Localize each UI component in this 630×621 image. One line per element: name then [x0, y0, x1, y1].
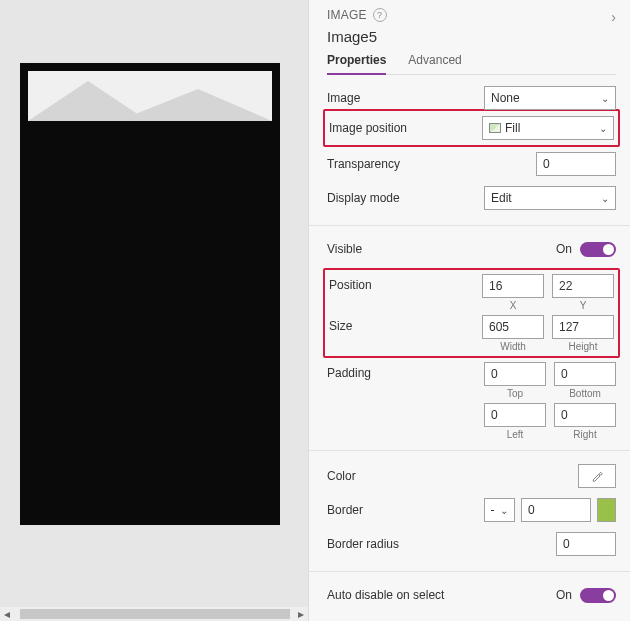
size-height-input[interactable]: [552, 315, 614, 339]
tab-properties[interactable]: Properties: [327, 53, 386, 75]
prop-border-radius-label: Border radius: [327, 537, 556, 551]
prop-color: Color: [327, 459, 616, 493]
display-mode-select[interactable]: Edit ⌄: [484, 186, 616, 210]
prop-visible: Visible On: [327, 234, 616, 264]
prop-size-label: Size: [329, 315, 482, 333]
panel-section-header: IMAGE ?: [327, 0, 616, 22]
position-x-caption: X: [510, 300, 517, 311]
border-radius-input[interactable]: [556, 532, 616, 556]
scroll-left-icon[interactable]: ◂: [0, 607, 14, 621]
prop-auto-disable-label: Auto disable on select: [327, 588, 556, 602]
prop-padding: Padding Top Bottom Left: [327, 362, 616, 440]
prop-visible-label: Visible: [327, 242, 556, 256]
object-name: Image5: [327, 22, 616, 51]
visible-state-label: On: [556, 242, 572, 256]
section-title: IMAGE: [327, 8, 367, 22]
prop-auto-disable: Auto disable on select On: [327, 580, 616, 610]
prop-transparency-label: Transparency: [327, 157, 536, 171]
padding-top-input[interactable]: [484, 362, 546, 386]
divider: [309, 225, 630, 226]
color-picker-button[interactable]: [578, 464, 616, 488]
size-width-caption: Width: [500, 341, 526, 352]
padding-top-caption: Top: [507, 388, 523, 399]
prop-image-position: Image position Fill ⌄: [329, 111, 614, 145]
divider: [309, 571, 630, 572]
border-color-swatch[interactable]: [597, 498, 616, 522]
toggle-knob: [603, 590, 614, 601]
line-style-icon: [491, 510, 494, 511]
position-y-input[interactable]: [552, 274, 614, 298]
image-select-value: None: [491, 91, 520, 105]
prop-size: Size Width Height: [329, 311, 614, 356]
canvas-control[interactable]: [20, 63, 280, 525]
toggle-knob: [603, 244, 614, 255]
border-width-input[interactable]: [521, 498, 591, 522]
prop-transparency: Transparency: [327, 147, 616, 181]
fill-mode-icon: [489, 123, 501, 133]
chevron-down-icon: ⌄: [601, 93, 609, 104]
prop-image: Image None ⌄: [327, 75, 616, 109]
properties-panel: IMAGE ? › Image5 Properties Advanced Ima…: [308, 0, 630, 621]
mountain-placeholder-icon: [28, 71, 272, 121]
padding-left-input[interactable]: [484, 403, 546, 427]
size-width-input[interactable]: [482, 315, 544, 339]
prop-display-mode-label: Display mode: [327, 191, 484, 205]
chevron-down-icon: ⌄: [500, 505, 508, 516]
prop-position-label: Position: [329, 274, 482, 292]
auto-disable-toggle[interactable]: [580, 588, 616, 603]
auto-disable-state-label: On: [556, 588, 572, 602]
chevron-down-icon: ⌄: [601, 193, 609, 204]
padding-bottom-input[interactable]: [554, 362, 616, 386]
image-placeholder: [28, 71, 272, 121]
padding-right-input[interactable]: [554, 403, 616, 427]
padding-right-caption: Right: [573, 429, 596, 440]
padding-left-caption: Left: [507, 429, 524, 440]
scroll-right-icon[interactable]: ▸: [294, 607, 308, 621]
border-style-select[interactable]: ⌄: [484, 498, 515, 522]
scrollbar-track[interactable]: [14, 607, 294, 621]
size-height-caption: Height: [569, 341, 598, 352]
help-icon[interactable]: ?: [373, 8, 387, 22]
image-position-value: Fill: [489, 121, 520, 135]
highlight-image-position: Image position Fill ⌄: [323, 109, 620, 147]
scrollbar-thumb[interactable]: [20, 609, 290, 619]
transparency-input[interactable]: [536, 152, 616, 176]
color-picker-icon: [591, 470, 603, 482]
prop-image-position-label: Image position: [329, 121, 482, 135]
prop-display-mode: Display mode Edit ⌄: [327, 181, 616, 215]
prop-padding-label: Padding: [327, 362, 484, 380]
chevron-down-icon: ⌄: [599, 123, 607, 134]
divider: [309, 450, 630, 451]
visible-toggle[interactable]: [580, 242, 616, 257]
prop-border-radius: Border radius: [327, 527, 616, 561]
horizontal-scrollbar[interactable]: ◂ ▸: [0, 607, 308, 621]
expand-icon[interactable]: ›: [611, 9, 616, 25]
display-mode-value: Edit: [491, 191, 512, 205]
highlight-position-size: Position X Y Size Wid: [323, 268, 620, 358]
image-position-select[interactable]: Fill ⌄: [482, 116, 614, 140]
position-x-input[interactable]: [482, 274, 544, 298]
prop-position: Position X Y: [329, 270, 614, 311]
position-y-caption: Y: [580, 300, 587, 311]
image-select[interactable]: None ⌄: [484, 86, 616, 110]
prop-color-label: Color: [327, 469, 578, 483]
panel-tabs: Properties Advanced: [327, 53, 616, 75]
tab-advanced[interactable]: Advanced: [408, 53, 461, 74]
canvas-pane: ◂ ▸: [0, 0, 308, 621]
padding-bottom-caption: Bottom: [569, 388, 601, 399]
prop-image-label: Image: [327, 91, 484, 105]
prop-border-label: Border: [327, 503, 484, 517]
prop-border: Border ⌄: [327, 493, 616, 527]
